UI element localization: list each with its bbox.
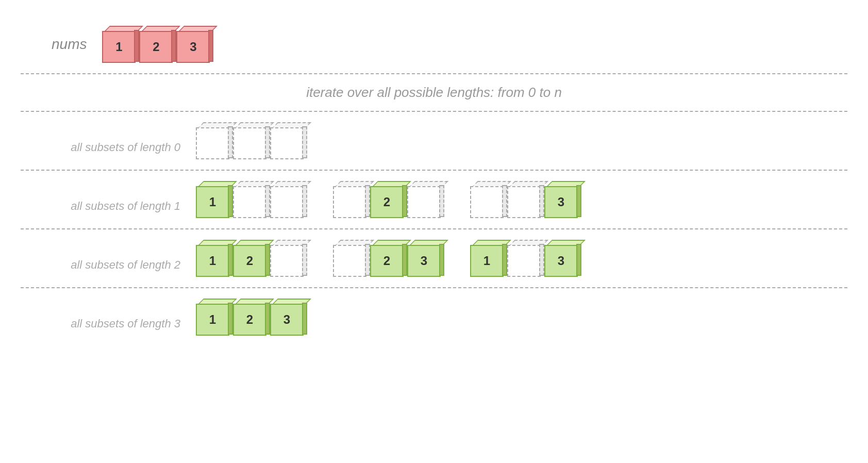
cell-green: 1 xyxy=(196,299,233,336)
subset-length2-1: 23 xyxy=(333,240,444,277)
subset-length1-2: 3 xyxy=(470,181,581,218)
subsets-row-length2: 122313 xyxy=(196,240,581,277)
cell-dashed xyxy=(196,122,233,159)
subset-length2-0: 12 xyxy=(196,240,307,277)
cell-dashed xyxy=(507,181,544,218)
cell-pink: 1 xyxy=(102,26,139,63)
cell-dashed xyxy=(233,181,270,218)
subset-length1-1: 2 xyxy=(333,181,444,218)
section-length2: all subsets of length 2122313 xyxy=(21,229,847,287)
section-length3: all subsets of length 3123 xyxy=(21,288,847,346)
section-label-length3: all subsets of length 3 xyxy=(21,317,196,336)
section-label-length0: all subsets of length 0 xyxy=(21,141,196,159)
cell-green: 3 xyxy=(544,181,581,218)
cell-green: 2 xyxy=(370,240,407,277)
subset-length1-0: 1 xyxy=(196,181,307,218)
section-content: all subsets of length 1123 xyxy=(21,181,847,218)
cell-green: 2 xyxy=(370,181,407,218)
section-label-length2: all subsets of length 2 xyxy=(21,258,196,277)
cell-green: 3 xyxy=(270,299,307,336)
cell-pink: 3 xyxy=(176,26,213,63)
cell-green: 2 xyxy=(233,299,270,336)
cell-dashed xyxy=(470,181,507,218)
cell-green: 1 xyxy=(196,181,233,218)
cell-dashed xyxy=(333,240,370,277)
cell-dashed xyxy=(270,181,307,218)
section-length0: all subsets of length 0 xyxy=(21,112,847,170)
cell-dashed xyxy=(507,240,544,277)
subsets-row-length0 xyxy=(196,122,307,159)
top-section: nums 123 xyxy=(21,15,847,73)
page: nums 123 iterate over all possible lengt… xyxy=(0,0,868,463)
cell-dashed xyxy=(407,181,444,218)
subset-length3-0: 123 xyxy=(196,299,307,336)
cell-pink: 2 xyxy=(139,26,176,63)
subsets-row-length3: 123 xyxy=(196,299,307,336)
nums-label: nums xyxy=(52,36,87,53)
subset-length0-0 xyxy=(196,122,307,159)
subset-length2-2: 13 xyxy=(470,240,581,277)
section-label-length1: all subsets of length 1 xyxy=(21,200,196,218)
iterate-text: iterate over all possible lengths: from … xyxy=(21,74,847,111)
cell-dashed xyxy=(270,122,307,159)
nums-array: 123 xyxy=(102,26,213,63)
section-length1: all subsets of length 1123 xyxy=(21,171,847,228)
cell-green: 1 xyxy=(196,240,233,277)
sections-container: all subsets of length 0all subsets of le… xyxy=(21,111,847,346)
subsets-row-length1: 123 xyxy=(196,181,581,218)
cell-dashed xyxy=(333,181,370,218)
section-content: all subsets of length 2122313 xyxy=(21,240,847,277)
cell-dashed xyxy=(270,240,307,277)
cell-dashed xyxy=(233,122,270,159)
section-content: all subsets of length 0 xyxy=(21,122,847,159)
cell-green: 3 xyxy=(544,240,581,277)
section-content: all subsets of length 3123 xyxy=(21,299,847,336)
cell-green: 2 xyxy=(233,240,270,277)
cell-green: 1 xyxy=(470,240,507,277)
cell-green: 3 xyxy=(407,240,444,277)
